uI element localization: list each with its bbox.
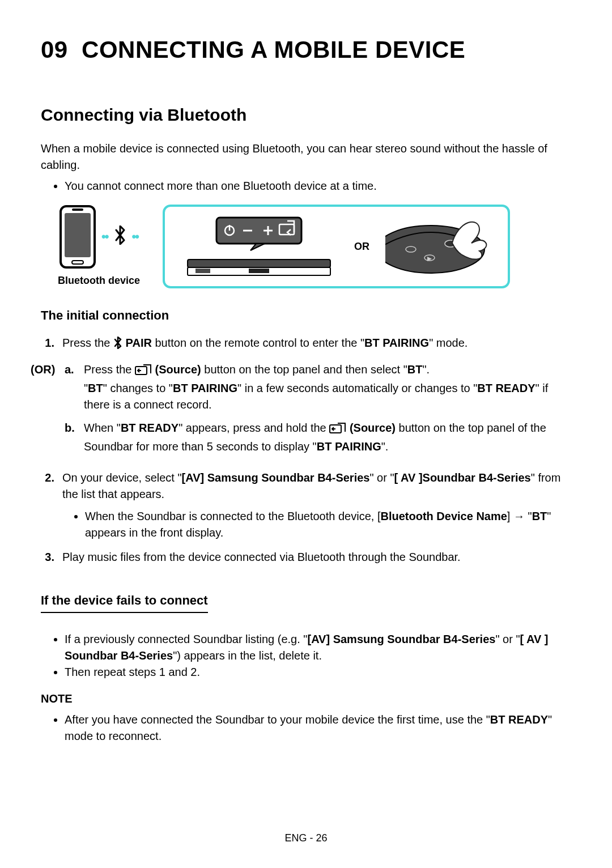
sub-b-letter: b.	[65, 420, 77, 455]
top-note-item: You cannot connect more than one Bluetoo…	[65, 178, 571, 194]
section-title: Connecting via Bluetooth	[41, 103, 571, 127]
text: If a previously connected Soundbar listi…	[65, 633, 307, 645]
text: On your device, select "	[62, 471, 182, 484]
step-2-number: 2.	[41, 470, 54, 541]
step-1-body: Press the PAIR button on the remote cont…	[62, 335, 468, 354]
text: button on the top panel and then select …	[204, 363, 407, 376]
text: " or "	[495, 633, 520, 645]
sub-step-b: b. When "BT READY" appears, press and ho…	[65, 420, 571, 455]
text: " in a few seconds automatically or chan…	[237, 382, 477, 394]
device-options-frame: OR	[163, 205, 510, 288]
pair-label: PAIR	[126, 337, 152, 349]
svg-rect-1	[65, 213, 91, 257]
text: " mode.	[429, 337, 468, 349]
step-3: 3. Play music files from the device conn…	[41, 549, 571, 565]
fails-item-2: Then repeat steps 1 and 2.	[65, 664, 571, 680]
av-soundbar-label: [ AV ]Soundbar B4-Series	[394, 471, 531, 484]
intro-paragraph: When a mobile device is connected using …	[41, 141, 571, 173]
bluetooth-icon	[113, 337, 122, 354]
av-samsung-label: [AV] Samsung Soundbar B4-Series	[182, 471, 370, 484]
step-1-number: 1.	[41, 335, 54, 354]
or-prefix: (OR)	[31, 361, 57, 462]
bt-pairing: BT PAIRING	[173, 382, 237, 394]
or-label: OR	[354, 239, 369, 254]
note-item-1: After you have connected the Soundbar to…	[65, 712, 571, 744]
bt-ready: BT READY	[490, 713, 548, 726]
chapter-title: CONNECTING A MOBILE DEVICE	[82, 36, 465, 63]
bluetooth-device-label: Bluetooth device	[58, 273, 140, 288]
text: " or "	[369, 471, 394, 484]
bt-ready: BT READY	[121, 422, 178, 434]
text: ] → "	[507, 510, 532, 522]
text: button on the remote control to enter th…	[155, 337, 364, 349]
bt-device-name: Bluetooth Device Name	[380, 510, 507, 522]
note-heading: NOTE	[41, 691, 571, 707]
bt-ready: BT READY	[477, 382, 535, 394]
step-2-inner: When the Soundbar is connected to the Bl…	[85, 508, 571, 541]
bt-pairing: BT PAIRING	[364, 337, 429, 349]
step-or: (OR) a. Press the (Source) button on the…	[31, 361, 571, 462]
text: After you have connected the Soundbar to…	[65, 713, 490, 726]
svg-rect-14	[249, 269, 269, 273]
av-samsung-label: [AV] Samsung Soundbar B4-Series	[307, 633, 495, 645]
text: ".	[381, 440, 389, 453]
text: When "	[84, 422, 121, 434]
source-icon	[329, 422, 346, 439]
svg-rect-13	[196, 269, 210, 273]
sub-a-body: Press the (Source) button on the top pan…	[84, 361, 571, 413]
soundbar-top-illustration	[385, 218, 493, 275]
sub-b-body: When "BT READY" appears, press and hold …	[84, 420, 571, 455]
text: Press the	[62, 337, 113, 349]
signal-dots-right: ••	[132, 228, 138, 246]
chapter-number: 09	[41, 36, 68, 63]
svg-rect-11	[188, 259, 330, 267]
step-2: 2. On your device, select "[AV] Samsung …	[41, 470, 571, 541]
signal-dots-left: ••	[101, 228, 108, 246]
bt-label: BT	[532, 510, 547, 522]
bt-label: BT	[407, 363, 423, 376]
step-3-number: 3.	[41, 549, 54, 565]
step-1: 1. Press the PAIR button on the remote c…	[41, 335, 571, 354]
fails-item-1: If a previously connected Soundbar listi…	[65, 631, 571, 664]
sub-a-letter: a.	[65, 361, 77, 413]
fails-heading: If the device fails to connect	[41, 592, 208, 613]
svg-rect-2	[72, 209, 83, 211]
step-2-body: On your device, select "[AV] Samsung Sou…	[62, 470, 571, 541]
phone-icon	[60, 205, 96, 269]
text: " changes to "	[103, 382, 173, 394]
text: ") appears in the list, delete it.	[173, 649, 322, 662]
bt-label: BT	[88, 382, 103, 394]
soundbar-illustration	[180, 215, 338, 278]
text: ".	[422, 363, 430, 376]
text: When the Soundbar is connected to the Bl…	[85, 510, 380, 522]
step-3-body: Play music files from the device connect…	[62, 549, 461, 565]
bluetooth-icon	[114, 225, 126, 248]
source-label: (Source)	[155, 363, 201, 376]
initial-connection-heading: The initial connection	[41, 307, 571, 325]
sub-step-a: a. Press the (Source) button on the top …	[65, 361, 571, 413]
chapter-heading: 09 CONNECTING A MOBILE DEVICE	[41, 33, 571, 67]
bt-pairing: BT PAIRING	[317, 440, 381, 453]
text: Press the	[84, 363, 135, 376]
page-footer: ENG - 26	[0, 831, 612, 845]
text: " appears, press and hold the	[178, 422, 329, 434]
diagram-row: •• •• Bluetooth device	[58, 205, 571, 288]
bluetooth-device-block: •• •• Bluetooth device	[58, 205, 140, 288]
source-label: (Source)	[350, 422, 396, 434]
source-icon	[135, 364, 152, 380]
